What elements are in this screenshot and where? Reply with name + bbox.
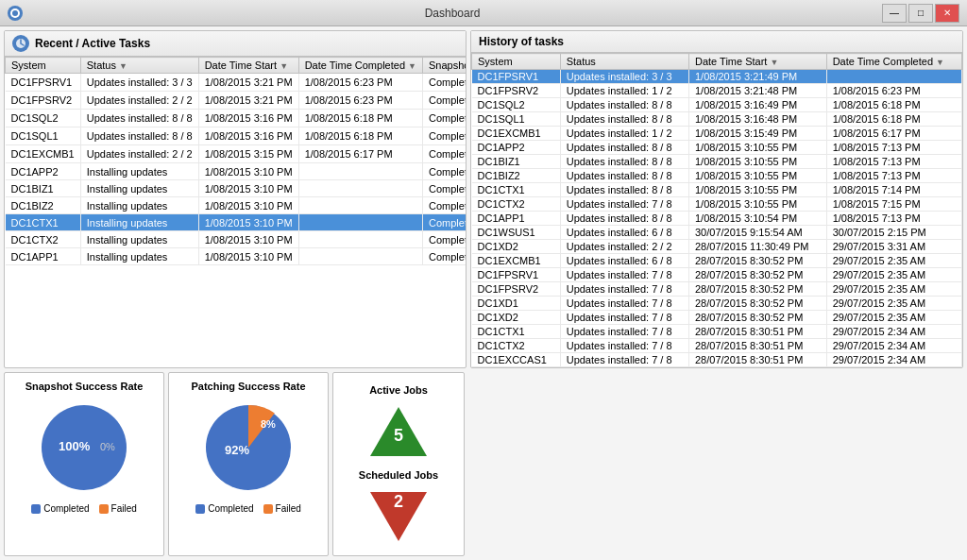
table-row[interactable]: DC1SQL1 Updates installed: 8 / 8 1/08/20… <box>6 127 467 145</box>
patching-chart-title: Patching Success Rate <box>191 381 305 392</box>
history-tasks-title: History of tasks <box>479 35 564 48</box>
cell-status: Updates installed: 6 / 8 <box>560 226 688 240</box>
table-row[interactable]: DC1CTX1 Updates installed: 8 / 8 1/08/20… <box>472 183 962 197</box>
table-row[interactable]: DC1CTX1 Updates installed: 7 / 8 28/07/2… <box>472 325 962 339</box>
minimize-button[interactable]: — <box>882 4 907 23</box>
cell-status: Installing updates <box>80 248 198 265</box>
cell-system: DC1BIZ2 <box>6 197 81 214</box>
table-row[interactable]: DC1CTX1 Installing updates 1/08/2015 3:1… <box>6 214 467 231</box>
snapshot-legend-completed: Completed <box>31 503 89 514</box>
cell-completed: 1/08/2015 6:18 PM <box>826 98 961 112</box>
history-tasks-table: System Status Date Time Start ▼ Date Tim… <box>471 53 962 367</box>
table-row[interactable]: DC1FPSRV1 Updates installed: 3 / 3 1/08/… <box>6 74 467 92</box>
cell-system: DC1WSUS1 <box>472 226 561 240</box>
cell-completed: 1/08/2015 7:13 PM <box>826 212 961 226</box>
hist-col-start[interactable]: Date Time Start ▼ <box>688 54 826 70</box>
table-row[interactable]: DC1APP1 Updates installed: 8 / 8 1/08/20… <box>472 212 962 226</box>
snapshot-chart-title: Snapshot Success Rate <box>25 381 144 392</box>
hist-col-status[interactable]: Status <box>560 54 688 70</box>
table-row[interactable]: DC1FPSRV1 Updates installed: 7 / 8 28/07… <box>472 268 962 282</box>
snapshot-legend-completed-label: Completed <box>43 503 89 514</box>
cell-completed: 29/07/2015 2:34 AM <box>826 339 961 353</box>
recent-tasks-table-container[interactable]: System Status ▼ Date Time Start ▼ Date T… <box>5 57 466 367</box>
table-row[interactable]: DC1BIZ1 Updates installed: 8 / 8 1/08/20… <box>472 155 962 169</box>
table-row[interactable]: DC1EXCMB1 Updates installed: 6 / 8 28/07… <box>472 254 962 268</box>
cell-system: DC1APP1 <box>6 248 81 265</box>
cell-completed: 1/08/2015 6:23 PM <box>298 74 422 92</box>
cell-system: DC1EXCMB1 <box>472 127 561 141</box>
table-row[interactable]: DC1APP2 Installing updates 1/08/2015 3:1… <box>6 163 467 180</box>
close-button[interactable]: ✕ <box>935 4 959 23</box>
cell-completed: 1/08/2015 7:13 PM <box>826 155 961 169</box>
cell-completed: 29/07/2015 2:35 AM <box>826 254 961 268</box>
recent-tasks-table: System Status ▼ Date Time Start ▼ Date T… <box>5 57 466 265</box>
table-row[interactable]: DC1XD2 Updates installed: 2 / 2 28/07/20… <box>472 240 962 254</box>
table-row[interactable]: DC1WSUS1 Updates installed: 6 / 8 30/07/… <box>472 226 962 240</box>
cell-status: Updates installed: 7 / 8 <box>560 339 688 353</box>
table-row[interactable]: DC1FPSRV2 Updates installed: 7 / 8 28/07… <box>472 282 962 297</box>
cell-snapshot: Completed↻ <box>423 231 466 247</box>
cell-system: DC1SQL1 <box>6 127 81 145</box>
cell-system: DC1APP1 <box>472 212 561 226</box>
cell-start: 1/08/2015 3:10:55 PM <box>688 141 826 155</box>
cell-status: Updates installed: 3 / 3 <box>80 74 198 92</box>
table-row[interactable]: DC1APP2 Updates installed: 8 / 8 1/08/20… <box>472 141 962 155</box>
table-row[interactable]: DC1APP1 Installing updates 1/08/2015 3:1… <box>6 248 467 265</box>
table-row[interactable]: DC1EXCCAS1 Updates installed: 7 / 8 28/0… <box>472 353 962 367</box>
cell-completed: 30/07/2015 2:15 PM <box>826 226 961 240</box>
table-row[interactable]: DC1SQL1 Updates installed: 8 / 8 1/08/20… <box>472 112 962 127</box>
cell-completed: 29/07/2015 2:35 AM <box>826 268 961 282</box>
table-row[interactable]: DC1FPSRV2 Updates installed: 2 / 2 1/08/… <box>6 92 467 110</box>
patching-pie: 92% 8% <box>196 396 300 500</box>
active-jobs-count: 5 <box>394 426 403 446</box>
scheduled-jobs-triangle: 2 <box>370 492 427 541</box>
table-row[interactable]: DC1SQL2 Updates installed: 8 / 8 1/08/20… <box>6 110 467 127</box>
cell-completed <box>298 248 422 265</box>
table-row[interactable]: DC1BIZ1 Installing updates 1/08/2015 3:1… <box>6 180 467 197</box>
col-system[interactable]: System <box>6 58 81 74</box>
cell-status: Updates installed: 2 / 2 <box>80 92 198 110</box>
col-completed[interactable]: Date Time Completed ▼ <box>298 58 422 74</box>
patching-legend-completed-label: Completed <box>208 503 253 514</box>
snapshot-failed-label: 0% <box>100 441 115 452</box>
app-icon <box>8 6 23 21</box>
table-row[interactable]: DC1BIZ2 Updates installed: 8 / 8 1/08/20… <box>472 169 962 183</box>
col-snapshot[interactable]: Snapshot State <box>422 58 466 74</box>
history-tasks-table-container[interactable]: System Status Date Time Start ▼ Date Tim… <box>471 53 962 367</box>
col-start[interactable]: Date Time Start ▼ <box>198 58 298 74</box>
svg-text:92%: 92% <box>225 443 249 457</box>
table-row[interactable]: DC1CTX2 Updates installed: 1 / 2 27/07/2… <box>472 367 962 368</box>
table-row[interactable]: DC1EXCMB1 Updates installed: 1 / 2 1/08/… <box>472 127 962 141</box>
cell-completed: 1/08/2015 7:13 PM <box>826 141 961 155</box>
table-row[interactable]: DC1XD2 Updates installed: 7 / 8 28/07/20… <box>472 311 962 325</box>
table-row[interactable]: DC1CTX2 Updates installed: 7 / 8 28/07/2… <box>472 339 962 353</box>
cell-system: DC1EXCMB1 <box>6 145 81 163</box>
cell-status: Updates installed: 8 / 8 <box>560 183 688 197</box>
maximize-button[interactable]: □ <box>908 4 933 23</box>
table-row[interactable]: DC1FPSRV1 Updates installed: 3 / 3 1/08/… <box>472 70 962 84</box>
hist-col-system[interactable]: System <box>472 54 561 70</box>
cell-start: 1/08/2015 3:10 PM <box>198 248 298 265</box>
table-row[interactable]: DC1CTX2 Updates installed: 7 / 8 1/08/20… <box>472 197 962 212</box>
cell-start: 1/08/2015 3:15:49 PM <box>688 127 826 141</box>
cell-start: 28/07/2015 8:30:51 PM <box>688 353 826 367</box>
table-row[interactable]: DC1FPSRV2 Updates installed: 1 / 2 1/08/… <box>472 84 962 98</box>
cell-system: DC1EXCCAS1 <box>472 353 561 367</box>
cell-completed: 29/07/2015 2:35 AM <box>826 282 961 297</box>
cell-start: 1/08/2015 3:15 PM <box>198 145 298 163</box>
table-row[interactable]: DC1EXCMB1 Updates installed: 2 / 2 1/08/… <box>6 145 467 163</box>
table-row[interactable]: DC1XD1 Updates installed: 7 / 8 28/07/20… <box>472 297 962 311</box>
cell-status: Updates installed: 6 / 8 <box>560 254 688 268</box>
hist-col-completed[interactable]: Date Time Completed ▼ <box>826 54 961 70</box>
col-status[interactable]: Status ▼ <box>80 58 198 74</box>
table-row[interactable]: DC1CTX2 Installing updates 1/08/2015 3:1… <box>6 231 467 248</box>
cell-status: Updates installed: 7 / 8 <box>560 282 688 297</box>
cell-status: Installing updates <box>80 197 198 214</box>
table-row[interactable]: DC1SQL2 Updates installed: 8 / 8 1/08/20… <box>472 98 962 112</box>
cell-start: 30/07/2015 9:15:54 AM <box>688 226 826 240</box>
cell-completed: 1/08/2015 7:15 PM <box>826 197 961 212</box>
table-row[interactable]: DC1BIZ2 Installing updates 1/08/2015 3:1… <box>6 197 467 214</box>
patching-failed-dot <box>263 504 273 514</box>
cell-start: 28/07/2015 8:30:51 PM <box>688 325 826 339</box>
cell-start: 1/08/2015 3:21:48 PM <box>688 84 826 98</box>
